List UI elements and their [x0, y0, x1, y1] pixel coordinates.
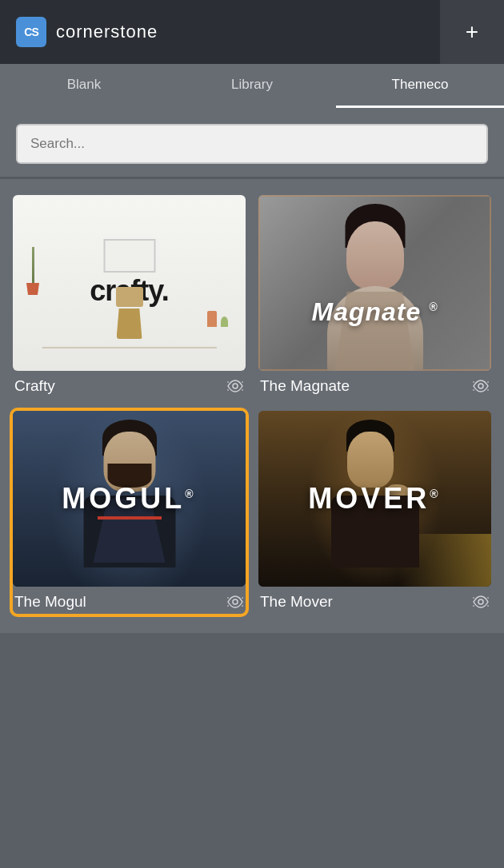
magnate-brand-text: Magnate ®	[311, 297, 438, 327]
card-crafty-image: crafty.	[13, 195, 246, 371]
card-magnate[interactable]: Magnate ® The Magnate	[258, 195, 491, 398]
crafty-plant	[25, 247, 41, 295]
svg-rect-16	[473, 597, 474, 599]
mover-preview-icon[interactable]	[472, 595, 490, 608]
magnate-background: Magnate ®	[258, 195, 491, 371]
tab-themeco[interactable]: Themeco	[336, 64, 504, 108]
svg-rect-3	[227, 389, 229, 391]
theme-grid: crafty.	[0, 179, 504, 633]
search-area	[0, 108, 504, 177]
crafty-preview-icon[interactable]	[226, 380, 244, 392]
magnate-preview-icon[interactable]	[472, 380, 490, 392]
magnate-face	[346, 221, 404, 289]
app-header: CS cornerstone +	[0, 0, 504, 64]
mogul-background: MOGUL®	[13, 411, 246, 587]
crafty-shelf-items	[207, 311, 228, 327]
svg-rect-6	[473, 381, 474, 383]
app-name: cornerstone	[56, 22, 158, 42]
svg-point-5	[478, 384, 483, 388]
svg-rect-4	[242, 389, 243, 391]
mogul-accent-line	[98, 516, 162, 520]
card-magnate-image: Magnate ®	[258, 195, 491, 371]
crafty-background: crafty.	[13, 195, 246, 371]
card-mogul-footer: The Mogul	[13, 587, 246, 614]
card-mover[interactable]: MOVER® The Mover	[258, 411, 491, 614]
search-input[interactable]	[16, 124, 488, 164]
mogul-preview-icon[interactable]	[226, 595, 244, 608]
crafty-content: crafty.	[13, 195, 246, 371]
tab-blank[interactable]: Blank	[0, 64, 168, 108]
mover-brand-text: MOVER®	[308, 482, 441, 516]
crafty-table-surface	[42, 347, 216, 348]
card-mover-label: The Mover	[260, 593, 333, 611]
svg-point-10	[233, 599, 238, 604]
svg-point-15	[478, 599, 483, 604]
svg-rect-2	[242, 381, 243, 383]
mover-face	[347, 432, 394, 488]
logo-icon: CS	[16, 17, 46, 47]
card-magnate-footer: The Magnate	[258, 371, 491, 398]
svg-rect-1	[227, 381, 229, 383]
mogul-brand-text: MOGUL®	[62, 482, 196, 516]
mover-background: MOVER®	[258, 411, 491, 587]
crafty-frame	[103, 239, 155, 273]
svg-rect-12	[242, 597, 243, 599]
svg-rect-9	[487, 389, 489, 391]
tab-bar: Blank Library Themeco	[0, 64, 504, 108]
card-mogul[interactable]: MOGUL® The Mogul	[13, 411, 246, 614]
card-mogul-label: The Mogul	[14, 593, 86, 611]
card-mover-image: MOVER®	[258, 411, 491, 587]
tab-library[interactable]: Library	[168, 64, 336, 108]
svg-rect-17	[487, 597, 489, 599]
svg-rect-7	[487, 381, 489, 383]
magnate-person-container	[258, 195, 491, 371]
card-crafty[interactable]: crafty.	[13, 195, 246, 398]
card-mogul-image: MOGUL®	[13, 411, 246, 587]
svg-rect-14	[242, 605, 243, 607]
svg-rect-18	[473, 605, 474, 607]
svg-point-0	[233, 384, 238, 388]
card-magnate-label: The Magnate	[260, 377, 350, 395]
add-button[interactable]: +	[440, 0, 504, 64]
svg-rect-13	[227, 605, 229, 607]
crafty-chair	[110, 287, 150, 347]
svg-rect-19	[487, 605, 489, 607]
card-crafty-label: Crafty	[14, 377, 55, 395]
logo-area: CS cornerstone	[0, 0, 440, 64]
svg-rect-11	[227, 597, 229, 599]
card-crafty-footer: Crafty	[13, 371, 246, 398]
svg-rect-8	[473, 389, 474, 391]
card-mover-footer: The Mover	[258, 587, 491, 614]
